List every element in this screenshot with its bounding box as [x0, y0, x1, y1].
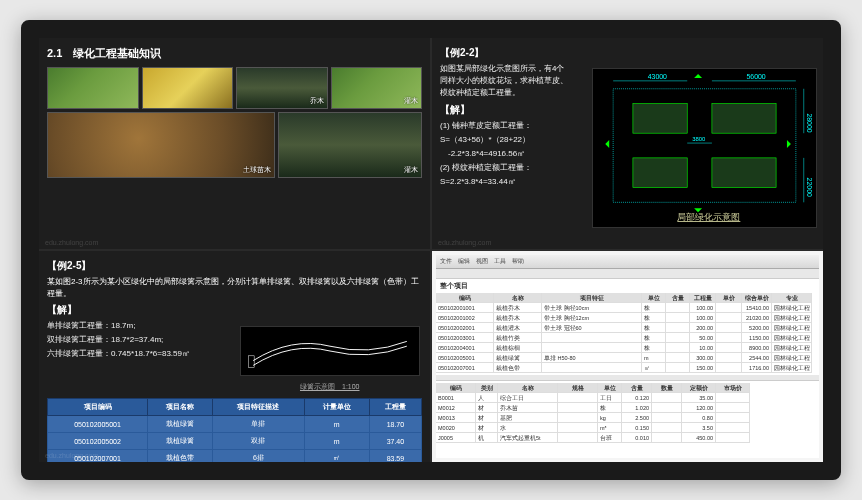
cell[interactable] [716, 423, 750, 433]
cell[interactable] [716, 333, 742, 343]
cell[interactable] [558, 433, 598, 443]
cell[interactable]: 园林绿化工程 [772, 333, 812, 343]
menu-file[interactable]: 文件 [440, 257, 452, 266]
col-header[interactable]: 编码 [436, 293, 494, 303]
cell[interactable]: 栽植色带 [494, 363, 542, 373]
cell[interactable]: 0.80 [682, 413, 716, 423]
cell[interactable]: M0012 [436, 403, 476, 413]
cell[interactable] [716, 303, 742, 313]
cell[interactable]: 带土球 胸径12cm [542, 313, 642, 323]
cell[interactable]: 栽植棕榈 [494, 343, 542, 353]
cell[interactable]: 050102002001 [436, 323, 494, 333]
menu-view[interactable]: 视图 [476, 257, 488, 266]
cell[interactable] [558, 393, 598, 403]
cell[interactable]: ㎡ [642, 363, 666, 373]
col-header[interactable]: 类别 [476, 383, 498, 393]
cell[interactable]: m³ [598, 423, 622, 433]
cell[interactable]: 0.150 [622, 423, 652, 433]
col-header[interactable]: 数量 [652, 383, 682, 393]
cell[interactable] [666, 353, 690, 363]
menu-edit[interactable]: 编辑 [458, 257, 470, 266]
cell[interactable]: 100.00 [690, 303, 716, 313]
cell[interactable]: 株 [642, 303, 666, 313]
col-header[interactable]: 含量 [666, 293, 690, 303]
cell[interactable]: 1716.00 [742, 363, 772, 373]
cell[interactable]: m [642, 353, 666, 363]
col-header[interactable]: 定额价 [682, 383, 716, 393]
cell[interactable]: 2544.00 [742, 353, 772, 363]
cell[interactable]: 050102003001 [436, 333, 494, 343]
cell[interactable] [666, 343, 690, 353]
cell[interactable]: 050102007001 [436, 363, 494, 373]
col-header[interactable]: 规格 [558, 383, 598, 393]
cell[interactable]: 栽植绿篱 [494, 353, 542, 363]
cell[interactable]: 15410.00 [742, 303, 772, 313]
cell[interactable] [716, 313, 742, 323]
col-header[interactable]: 名称 [498, 383, 558, 393]
cell[interactable]: 8900.00 [742, 343, 772, 353]
cell[interactable]: 台班 [598, 433, 622, 443]
cell[interactable] [666, 333, 690, 343]
cell[interactable]: M0020 [436, 423, 476, 433]
cell[interactable]: 株 [642, 313, 666, 323]
menu-help[interactable]: 帮助 [512, 257, 524, 266]
cell[interactable]: 2.500 [622, 413, 652, 423]
cell[interactable]: 050102001002 [436, 313, 494, 323]
cell[interactable]: 450.00 [682, 433, 716, 443]
cell[interactable]: 株 [598, 403, 622, 413]
cell[interactable] [716, 363, 742, 373]
col-header[interactable]: 市场价 [716, 383, 750, 393]
cell[interactable]: 园林绿化工程 [772, 313, 812, 323]
cell[interactable]: 0.010 [622, 433, 652, 443]
cell[interactable]: 水 [498, 423, 558, 433]
cell[interactable] [542, 343, 642, 353]
col-header[interactable]: 单价 [716, 293, 742, 303]
cell[interactable]: 材 [476, 413, 498, 423]
cell[interactable]: 栽植灌木 [494, 323, 542, 333]
cell[interactable]: 株 [642, 333, 666, 343]
col-header[interactable]: 编码 [436, 383, 476, 393]
cell[interactable]: 050102004001 [436, 343, 494, 353]
cell[interactable] [666, 303, 690, 313]
cell[interactable]: kg [598, 413, 622, 423]
cell[interactable]: 栽植乔木 [494, 303, 542, 313]
cell[interactable]: 050102001001 [436, 303, 494, 313]
menu-tool[interactable]: 工具 [494, 257, 506, 266]
cell[interactable] [716, 343, 742, 353]
top-grid[interactable]: 编码名称项目特征单位含量工程量单价综合单价专业050102001001栽植乔木带… [436, 293, 819, 373]
cell[interactable] [652, 423, 682, 433]
cell[interactable]: 基肥 [498, 413, 558, 423]
cell[interactable]: 10.00 [690, 343, 716, 353]
cell[interactable] [542, 333, 642, 343]
cell[interactable]: 1.020 [622, 403, 652, 413]
cell[interactable] [716, 413, 750, 423]
col-header[interactable]: 单位 [642, 293, 666, 303]
cell[interactable]: 100.00 [690, 313, 716, 323]
cell[interactable] [542, 363, 642, 373]
cell[interactable]: 园林绿化工程 [772, 363, 812, 373]
cell[interactable] [558, 403, 598, 413]
cell[interactable]: 株 [642, 343, 666, 353]
cell[interactable]: 带土球 冠径60 [542, 323, 642, 333]
cell[interactable] [558, 413, 598, 423]
cell[interactable]: 3.50 [682, 423, 716, 433]
cell[interactable]: B0001 [436, 393, 476, 403]
cell[interactable]: 35.00 [682, 393, 716, 403]
cell[interactable]: 材 [476, 423, 498, 433]
cell[interactable] [652, 393, 682, 403]
cell[interactable]: 园林绿化工程 [772, 323, 812, 333]
cell[interactable] [666, 363, 690, 373]
cell[interactable]: 材 [476, 403, 498, 413]
col-header[interactable]: 含量 [622, 383, 652, 393]
cell[interactable]: 机 [476, 433, 498, 443]
col-header[interactable]: 单位 [598, 383, 622, 393]
cell[interactable]: 园林绿化工程 [772, 353, 812, 363]
cell[interactable] [716, 433, 750, 443]
bottom-grid[interactable]: 编码类别名称规格单位含量数量定额价市场价B0001人综合工日工日0.12035.… [436, 383, 819, 443]
cell[interactable]: 200.00 [690, 323, 716, 333]
cell[interactable] [716, 393, 750, 403]
col-header[interactable]: 专业 [772, 293, 812, 303]
cell[interactable]: M0013 [436, 413, 476, 423]
cell[interactable] [558, 423, 598, 433]
cell[interactable]: 150.00 [690, 363, 716, 373]
